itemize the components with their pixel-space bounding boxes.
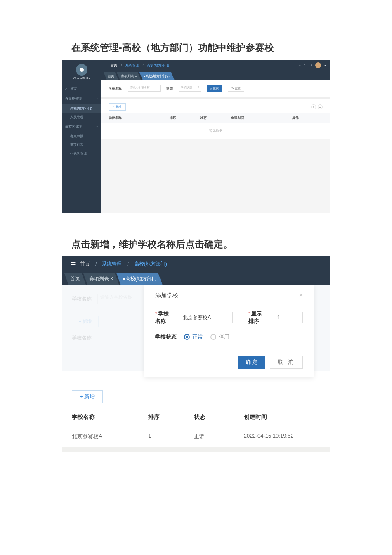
tab-school[interactable]: ●高校(地方部门) × — [139, 72, 175, 80]
tab-home[interactable]: 首页 — [104, 72, 118, 80]
avatar[interactable] — [315, 62, 321, 68]
th-status: 状态 — [200, 116, 231, 120]
home-icon — [65, 87, 68, 90]
s3-th-order: 排序 — [148, 413, 194, 421]
brand-text: ChinaSkills — [64, 76, 99, 80]
radio-normal[interactable]: 正常 — [184, 333, 203, 341]
heading-2: 点击新增，维护学校名称后点击确定。 — [71, 238, 392, 251]
screenshot-2: ☰ 首页/ 系统管理/ 高校(地方部门) 首页 赛项列表 × ●高校(地方部门 … — [62, 256, 330, 371]
menu-icon[interactable] — [105, 64, 108, 67]
s3-add-button[interactable]: + 新增 — [72, 390, 103, 403]
radio-disabled[interactable]: 停用 — [210, 333, 229, 341]
filter-name-label: 学校名称 — [109, 86, 122, 91]
th-name: 学校名称 — [109, 116, 170, 120]
modal-title: 添加学校 — [155, 292, 178, 299]
nav-sysmgmt[interactable]: 系统管理 — [62, 94, 101, 104]
brand-logo — [76, 64, 87, 76]
nav-personnel[interactable]: 人员管理 — [62, 113, 101, 121]
search-icon[interactable]: ⌕ — [299, 64, 301, 67]
nodata-text: 暂无数据 — [101, 123, 330, 139]
bc-school[interactable]: 高校(地方部门) — [147, 63, 169, 68]
menu-icon-2[interactable]: ☰ — [68, 261, 76, 268]
tab2-school[interactable]: ●高校(地方部门 — [116, 273, 162, 285]
bc2-home[interactable]: 首页 — [80, 261, 90, 268]
filter-status-label: 状态 — [166, 86, 173, 91]
filter-status-select[interactable]: 学校状态 ∨ — [179, 85, 201, 92]
table-row[interactable]: 北京参赛校A 1 正常 2022-04-15 10:19:52 — [62, 426, 330, 447]
tab-itemlist[interactable]: 赛项列表 × — [117, 72, 141, 80]
filter-name-input[interactable]: 请输入学校名称 — [128, 85, 161, 92]
s3-th-name: 学校名称 — [72, 413, 148, 421]
search-button[interactable]: ⌕ 搜索 — [207, 85, 222, 92]
code-icon[interactable]: ⟟ — [311, 63, 312, 67]
tabs-row: 首页 赛项列表 × ●高校(地方部门) × — [101, 71, 330, 80]
school-name-input[interactable] — [179, 312, 233, 323]
cancel-button[interactable]: 取 消 — [270, 356, 303, 369]
bc2-sys[interactable]: 系统管理 — [102, 261, 122, 268]
screenshot-3: + 新增 学校名称 排序 状态 创建时间 北京参赛校A 1 正常 2022-04… — [62, 384, 330, 452]
s3-th-time: 创建时间 — [244, 413, 320, 421]
form-status-label: 学校状态 — [155, 333, 177, 341]
filter-bar: 学校名称 请输入学校名称 状态 学校状态 ∨ ⌕ 搜索 ↻ 重置 — [101, 80, 330, 97]
cell-status: 正常 — [194, 433, 243, 440]
add-button[interactable]: + 新增 — [109, 103, 126, 111]
cols-icon[interactable]: ☰ — [318, 104, 323, 109]
s3-table-header: 学校名称 排序 状态 创建时间 — [62, 408, 330, 426]
bc-sys[interactable]: 系统管理 — [125, 63, 139, 68]
th-order: 排序 — [170, 116, 200, 120]
th-ops: 操作 — [292, 116, 323, 120]
radio-dot-checked-icon — [184, 334, 190, 340]
ok-button[interactable]: 确 定 — [238, 356, 265, 369]
refresh-icon[interactable]: ↻ — [311, 104, 316, 109]
spinner-down-icon[interactable]: ˅ — [299, 318, 301, 321]
nav-zone[interactable]: 赛区管理 — [62, 121, 101, 132]
nav-school[interactable]: 高校(地方部门) — [62, 104, 101, 113]
form-order-label: 显示排序 — [248, 311, 262, 324]
gear-icon — [65, 97, 68, 100]
order-spinner[interactable]: 1 ˄˅ — [273, 312, 303, 323]
cell-time: 2022-04-15 10:19:52 — [244, 433, 320, 440]
topbar: 首页/ 系统管理/ 高校(地方部门) ⌕ ⛶ ⟟ ▾ — [101, 60, 330, 71]
nav-home[interactable]: 首页 — [62, 83, 101, 94]
heading-1: 在系统管理-高校（地方部门）功能中维护参赛校 — [71, 41, 392, 54]
radio-dot-icon — [210, 334, 216, 340]
s3-th-status: 状态 — [194, 413, 243, 421]
add-school-modal: 添加学校 × *学校名称 *显示排序 1 ˄˅ 学校状态 — [144, 285, 314, 377]
tab2-home[interactable]: 首页 — [64, 273, 86, 285]
spinner-up-icon[interactable]: ˄ — [299, 314, 301, 318]
sidebar: ChinaSkills 首页 系统管理 高校(地方部门) 人员管理 赛区管理 赛… — [62, 60, 101, 213]
bc-home[interactable]: 首页 — [111, 63, 117, 68]
close-icon[interactable]: × — [299, 292, 303, 299]
grid-icon — [65, 125, 68, 128]
th-time: 创建时间 — [231, 116, 292, 120]
nav-itemlist[interactable]: 赛项列表 — [62, 140, 101, 149]
reset-button[interactable]: ↻ 重置 — [228, 85, 244, 92]
tab2-itemlist[interactable]: 赛项列表 × — [83, 273, 119, 285]
brand-block: ChinaSkills — [62, 60, 101, 83]
cell-name: 北京参赛校A — [72, 433, 148, 440]
expand-icon[interactable]: ⛶ — [304, 64, 307, 67]
order-value: 1 — [277, 315, 280, 320]
nav-team[interactable]: 代表队管理 — [62, 149, 101, 158]
bc2-school[interactable]: 高校(地方部门) — [134, 261, 167, 268]
screenshot-1: ChinaSkills 首页 系统管理 高校(地方部门) 人员管理 赛区管理 赛… — [62, 60, 330, 213]
nav-apply[interactable]: 赛点申报 — [62, 132, 101, 140]
dropdown-icon[interactable]: ▾ — [324, 64, 326, 67]
cell-order: 1 — [148, 433, 194, 440]
table-header: 学校名称 排序 状态 创建时间 操作 — [101, 113, 330, 123]
